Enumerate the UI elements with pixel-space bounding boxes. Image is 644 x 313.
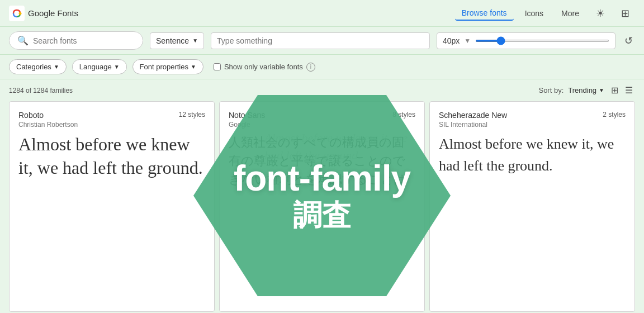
font-cards-container: Roboto Christian Robertson 12 styles Alm… — [0, 101, 644, 312]
preview-type-label: Sentence — [156, 36, 189, 45]
chevron-down-icon: ▼ — [191, 64, 196, 70]
google-fonts-logo-icon — [9, 6, 25, 21]
list-view-icon-button[interactable]: ☰ — [623, 84, 635, 97]
preview-type-dropdown[interactable]: Sentence ▼ — [150, 32, 204, 49]
logo[interactable]: Google Fonts — [9, 6, 78, 21]
font-styles: 12 styles — [179, 111, 205, 129]
font-name: Scheherazade New — [439, 111, 507, 120]
font-styles: 8 styles — [392, 111, 415, 129]
sort-controls: Sort by: Trending ▼ ⊞ ☰ — [538, 84, 635, 97]
svg-rect-0 — [9, 6, 25, 21]
variable-fonts-checkbox[interactable] — [214, 63, 221, 70]
font-size-box: 40px ▼ — [437, 32, 615, 49]
results-bar: 1284 of 1284 families Sort by: Trending … — [0, 79, 644, 101]
search-input[interactable] — [33, 36, 135, 45]
variable-fonts-label: Show only variable fonts — [224, 63, 303, 71]
font-card-header: Noto Sans Google 8 styles — [229, 111, 415, 129]
font-styles: 2 styles — [603, 111, 626, 129]
preview-text-input[interactable] — [211, 32, 430, 49]
chevron-down-icon: ▼ — [192, 37, 198, 44]
nav-browse-fonts[interactable]: Browse fonts — [455, 6, 514, 21]
sort-value: Trending — [568, 86, 596, 94]
font-preview: Almost before we knew it, we had left th… — [439, 133, 626, 177]
sort-dropdown[interactable]: Trending ▼ — [568, 86, 604, 94]
font-size-label: 40px — [443, 36, 460, 45]
language-label: Language — [79, 63, 112, 71]
header-right: Browse fonts Icons More ☀ ⊞ — [455, 3, 635, 23]
theme-toggle-button[interactable]: ☀ — [590, 3, 610, 23]
grid-view-icon-button[interactable]: ⊞ — [609, 84, 621, 97]
font-info: Roboto Christian Robertson — [18, 111, 78, 129]
results-count: 1284 of 1284 families — [9, 87, 73, 94]
font-name: Noto Sans — [229, 111, 265, 120]
nav-icons[interactable]: Icons — [518, 7, 550, 20]
font-info: Noto Sans Google — [229, 111, 265, 129]
language-filter-button[interactable]: Language ▼ — [72, 59, 127, 74]
search-box[interactable]: 🔍 — [9, 31, 143, 50]
theme-icon: ☀ — [596, 7, 605, 20]
search-bar: 🔍 Sentence ▼ 40px ▼ ↺ — [0, 27, 644, 55]
font-preview: 人類社会のすべての構成員の固有の尊厳と平等で譲ることのできない権利とを承認するこ… — [229, 133, 415, 188]
filters-bar: Categories ▼ Language ▼ Font properties … — [0, 55, 644, 79]
grid-view-button[interactable]: ⊞ — [615, 3, 635, 23]
categories-label: Categories — [16, 63, 51, 71]
font-author: Google — [229, 121, 265, 129]
grid-icon: ⊞ — [621, 7, 629, 20]
refresh-button[interactable]: ↺ — [622, 32, 635, 49]
variable-fonts-checkbox-area: Show only variable fonts i — [214, 63, 315, 72]
font-card-noto[interactable]: Noto Sans Google 8 styles 人類社会のすべての構成員の固… — [219, 101, 425, 312]
font-card-scheherazade[interactable]: Scheherazade New SIL International 2 sty… — [429, 101, 635, 312]
font-card-header: Roboto Christian Robertson 12 styles — [18, 111, 205, 129]
font-author: SIL International — [439, 121, 507, 129]
font-properties-label: Font properties — [140, 63, 188, 71]
header-left: Google Fonts — [9, 6, 78, 21]
font-preview: Almost before we knew it, we had left th… — [18, 133, 205, 179]
logo-text: Google Fonts — [28, 8, 78, 18]
font-size-slider[interactable] — [475, 40, 609, 42]
variable-fonts-info-icon[interactable]: i — [306, 63, 315, 72]
font-properties-filter-button[interactable]: Font properties ▼ — [132, 59, 203, 74]
header: Google Fonts Browse fonts Icons More ☀ ⊞ — [0, 0, 644, 27]
main-content: 1284 of 1284 families Sort by: Trending … — [0, 79, 644, 312]
chevron-down-icon: ▼ — [54, 64, 59, 70]
font-card-roboto[interactable]: Roboto Christian Robertson 12 styles Alm… — [9, 101, 215, 312]
chevron-down-icon: ▼ — [599, 87, 604, 93]
view-icons: ⊞ ☰ — [609, 84, 635, 97]
sort-label: Sort by: — [538, 86, 564, 94]
search-icon: 🔍 — [17, 35, 29, 46]
font-info: Scheherazade New SIL International — [439, 111, 507, 129]
svg-point-1 — [19, 12, 22, 15]
font-name: Roboto — [18, 111, 78, 120]
categories-filter-button[interactable]: Categories ▼ — [9, 59, 67, 74]
font-author: Christian Robertson — [18, 121, 78, 129]
size-slider-icon: ▼ — [464, 37, 471, 45]
font-card-header: Scheherazade New SIL International 2 sty… — [439, 111, 626, 129]
nav-more[interactable]: More — [555, 7, 586, 20]
chevron-down-icon: ▼ — [114, 64, 120, 70]
